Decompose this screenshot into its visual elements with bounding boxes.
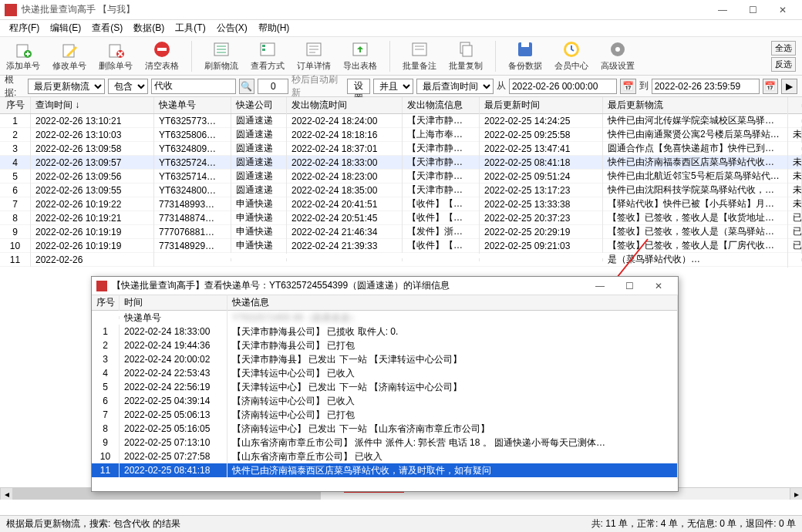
dialog-row[interactable]: 22022-02-24 19:44:36【天津市静海县公司】 已打包 [92,338,678,352]
detail-dialog: 【快递批量查询高手】查看快递单号：YT6325724554399（圆通速递）的详… [91,276,679,492]
menubar: 程序(F) 编辑(E) 查看(S) 数据(B) 工具(T) 公告(X) 帮助(H… [0,20,802,37]
dialog-head-row: 快递单号 YT632572455 99（圆通速递） [92,311,678,325]
root-label: 根据: [5,73,25,99]
dcol-time[interactable]: 时间 [120,295,227,311]
titlebar: 快递批量查询高手 【与我】 — ☐ ✕ [0,0,802,20]
dialog-max-button[interactable]: ☐ [615,278,644,295]
col-sentinfo[interactable]: 发出物流信息 [403,97,480,113]
minimize-button[interactable]: — [708,2,737,19]
dialog-close-button[interactable]: ✕ [644,278,673,295]
dialog-row[interactable]: 62022-02-25 04:39:14【济南转运中心公司】 已收入 [92,394,678,408]
table-row[interactable]: 112022-02-26是（菜鸟驿站代收）… [0,253,802,267]
menu-program[interactable]: 程序(F) [5,20,44,36]
menu-notice[interactable]: 公告(X) [212,20,252,36]
col-updinfo[interactable]: 最后更新物流 [603,97,788,113]
dcol-info[interactable]: 快递信息 [227,295,678,311]
cal-from-icon[interactable]: 📅 [620,79,636,94]
filterbar: 根据: 最后更新物流 包含 🔍 秒后自动刷新 设置 并且 最后查询时间 从 📅 … [0,76,802,97]
menu-edit[interactable]: 编辑(E) [45,20,86,36]
window-title: 快递批量查询高手 【与我】 [22,3,708,16]
dialog-grid-header: 序号 时间 快递信息 [92,295,678,311]
advanced-button[interactable]: 高级设置 [601,40,635,72]
dialog-row[interactable]: 112022-02-25 08:41:18快件已由济南福泰西区店菜鸟驿站代收，请… [92,463,678,477]
go-icon[interactable]: ▶ [781,79,797,94]
dialog-row[interactable]: 72022-02-25 05:06:13【济南转运中心公司】 已打包 [92,408,678,422]
menu-help[interactable]: 帮助(H) [254,20,295,36]
dialog-title: 【快递批量查询高手】查看快递单号：YT6325724554399（圆通速递）的详… [112,279,585,292]
statusbar: 根据最后更新物流，搜索: 包含代收 的结果 共: 11 单，正常: 4 单，无信… [0,515,802,532]
and-select[interactable]: 并且 [373,79,413,94]
to-label: 到 [639,79,649,93]
viewmode-button[interactable]: 查看方式 [251,40,285,72]
col-senttime[interactable]: 发出物流时间 [287,97,403,113]
dialog-row[interactable]: 42022-02-24 22:53:43【天津转运中心公司】 已收入 [92,366,678,380]
delete-button[interactable]: 删除单号 [99,40,133,72]
dialog-icon [96,281,107,291]
add-button[interactable]: 添加单号 [6,40,40,72]
from-input[interactable] [509,79,617,94]
svg-rect-10 [262,49,265,51]
close-button[interactable]: ✕ [768,2,797,19]
dialog-row[interactable]: 82022-02-25 05:16:05【济南转运中心】 已发出 下一站 【山东… [92,422,678,436]
basis-select[interactable]: 最后更新物流 [28,79,105,94]
menu-data[interactable]: 数据(B) [129,20,169,36]
status-left: 根据最后更新物流，搜索: 包含代收 的结果 [6,517,180,530]
edit-button[interactable]: 修改单号 [52,40,86,72]
dialog-row[interactable]: 102022-02-25 07:27:58【山东省济南市章丘市公司】 已收入 [92,450,678,463]
cal-to-icon[interactable]: 📅 [763,79,779,94]
dialog-row[interactable]: 32022-02-24 20:00:02【天津市静海县】 已发出 下一站 【天津… [92,352,678,366]
svg-rect-6 [157,48,167,51]
settings-button[interactable]: 设置 [347,79,370,94]
status-right: 共: 11 单，正常: 4 单，无信息: 0 单，退回件: 0 单 [591,517,796,530]
count-input[interactable] [258,79,288,94]
col-trackno[interactable]: 快递单号 [154,97,231,113]
menu-view[interactable]: 查看(S) [87,20,127,36]
col-updtime[interactable]: 最后更新时间 [480,97,603,113]
member-button[interactable]: 会员中心 [554,40,588,72]
select-all-button[interactable]: 全选 [771,41,796,56]
col-seq[interactable]: 序号 [0,97,31,113]
batchnote-button[interactable]: 批量备注 [403,40,436,72]
svg-rect-9 [262,45,265,47]
menu-tools[interactable]: 工具(T) [170,20,210,36]
col-querytime[interactable]: 查询时间 ↓ [31,97,154,113]
app-icon [5,4,17,16]
from-label: 从 [497,79,506,93]
dialog-row[interactable]: 12022-02-24 18:33:00【天津市静海县公司】 已揽收 取件人: … [92,325,678,338]
detail-button[interactable]: 订单详情 [297,40,331,72]
svg-point-21 [615,47,620,52]
clear-button[interactable]: 清空表格 [145,40,179,72]
batchcopy-button[interactable]: 批量复制 [449,40,483,72]
keyword-input[interactable] [151,79,236,94]
svg-rect-15 [463,45,472,56]
toolbar: 添加单号 修改单号 删除单号 清空表格 刷新物流 查看方式 订单详情 导出表格 … [0,37,802,76]
dcol-seq[interactable]: 序号 [92,295,120,311]
dialog-row[interactable]: 52022-02-24 22:56:19【天津转运中心】 已发出 下一站 【济南… [92,380,678,394]
invert-selection-button[interactable]: 反选 [771,57,796,72]
auto-refresh-label: 秒后自动刷新 [291,73,343,99]
timebasis-select[interactable]: 最后查询时间 [416,79,494,94]
grid-header: 序号 查询时间 ↓ 快递单号 快递公司 发出物流时间 发出物流信息 最后更新时间… [0,97,802,114]
to-input[interactable] [652,79,760,94]
col-company[interactable]: 快递公司 [231,97,287,113]
maximize-button[interactable]: ☐ [738,2,767,19]
svg-rect-17 [521,42,529,47]
backup-button[interactable]: 备份数据 [508,40,542,72]
dialog-min-button[interactable]: — [585,278,615,295]
search-icon[interactable]: 🔍 [239,79,255,94]
col-extra[interactable] [788,104,802,107]
match-select[interactable]: 包含 [108,79,148,94]
dialog-titlebar: 【快递批量查询高手】查看快递单号：YT6325724554399（圆通速递）的详… [92,277,678,295]
export-button[interactable]: 导出表格 [343,40,377,72]
dialog-row[interactable]: 92022-02-25 07:13:10【山东省济南市章丘市公司】 派件中 派件… [92,436,678,450]
refresh-button[interactable]: 刷新物流 [204,40,238,72]
